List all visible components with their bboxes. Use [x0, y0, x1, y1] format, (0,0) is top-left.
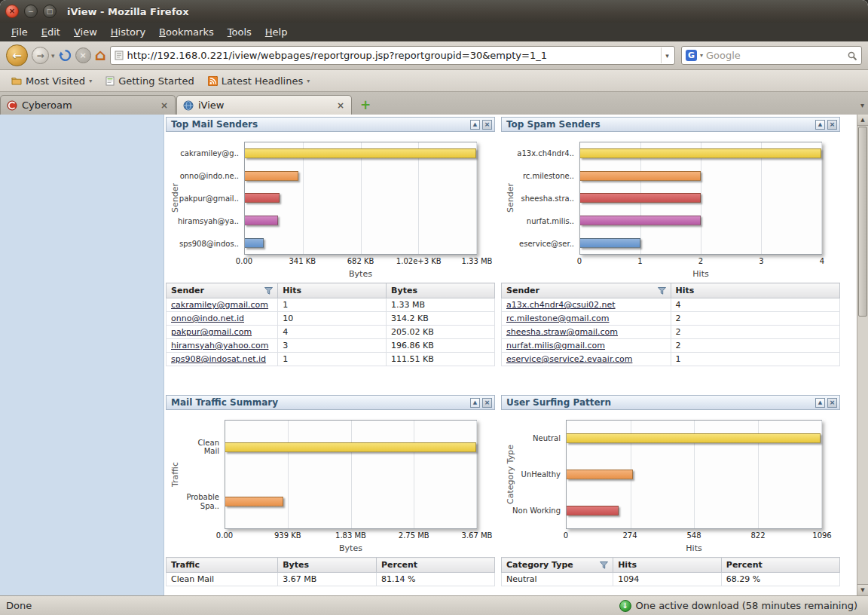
bookmark-getting-started[interactable]: Getting Started	[100, 73, 200, 89]
table-link[interactable]: cakramiley@gmail.com	[171, 300, 268, 310]
table-cell[interactable]: rc.milestone@gmail.com	[502, 312, 671, 326]
history-dropdown-button[interactable]: ▾	[51, 52, 55, 60]
column-header-sender[interactable]: Sender	[502, 283, 671, 298]
chart-bar[interactable]	[580, 193, 701, 203]
column-header-category-type[interactable]: Category Type	[502, 558, 613, 573]
panel-collapse-button[interactable]: ▲	[815, 120, 825, 130]
home-button[interactable]: ⌂	[95, 47, 106, 63]
chart-bar[interactable]	[580, 171, 701, 181]
table-cell[interactable]: eservice@service2.evaair.com	[502, 353, 671, 366]
chart-bar[interactable]	[567, 433, 821, 443]
chart-bar[interactable]	[245, 148, 476, 158]
window-minimize-button[interactable]: −	[24, 5, 38, 18]
search-icon[interactable]	[847, 50, 857, 61]
column-header-percent[interactable]: Percent	[721, 558, 839, 573]
column-header-bytes[interactable]: Bytes	[387, 283, 495, 298]
menu-item-help[interactable]: Help	[258, 25, 295, 39]
scrollbar-thumb[interactable]	[858, 127, 867, 317]
bookmark-latest-headlines[interactable]: Latest Headlines▾	[203, 73, 316, 89]
chart-bar[interactable]	[245, 216, 278, 225]
menu-item-history[interactable]: History	[104, 25, 152, 39]
column-header-hits[interactable]: Hits	[671, 283, 840, 298]
chart-bar[interactable]	[245, 193, 280, 203]
table-row: eservice@service2.evaair.com1	[502, 353, 840, 366]
menu-item-edit[interactable]: Edit	[35, 25, 67, 39]
table-cell[interactable]: cakramiley@gmail.com	[167, 298, 278, 312]
panel-close-button[interactable]: ×	[827, 120, 837, 130]
tab-list-button[interactable]: ▾	[860, 101, 864, 109]
forward-button[interactable]: →	[32, 47, 49, 64]
chart-bar[interactable]	[225, 442, 476, 452]
vertical-scrollbar[interactable]: ▲ ▼	[857, 115, 868, 595]
table-cell[interactable]: pakpur@gmail.com	[167, 326, 278, 339]
download-status[interactable]: ↓ One active download (58 minutes remain…	[619, 600, 857, 612]
panel-collapse-button[interactable]: ▲	[815, 398, 825, 408]
search-engine-icon[interactable]: G	[686, 50, 697, 61]
table-cell[interactable]: sps908@indosat.net.id	[167, 353, 278, 366]
stop-button[interactable]: ×	[75, 47, 91, 63]
filter-icon[interactable]	[264, 287, 273, 295]
menu-item-tools[interactable]: Tools	[221, 25, 258, 39]
scroll-down-button[interactable]: ▼	[857, 584, 868, 595]
panel-collapse-button[interactable]: ▲	[470, 398, 480, 408]
window-close-button[interactable]: ×	[5, 5, 19, 18]
table-link[interactable]: hiramsyah@yahoo.com	[171, 341, 268, 350]
filter-icon[interactable]	[658, 287, 666, 295]
category-label: pakpur@gmail..	[181, 187, 244, 210]
panel-close-button[interactable]: ×	[482, 398, 492, 408]
site-favicon[interactable]	[115, 50, 124, 60]
chart-bar[interactable]	[225, 497, 283, 506]
table-link[interactable]: onno@indo.net.id	[171, 314, 244, 323]
column-header-hits[interactable]: Hits	[278, 283, 387, 298]
table-cell[interactable]: sheesha.straw@gmail.com	[502, 326, 671, 339]
tab-iview[interactable]: iView×	[176, 95, 352, 115]
chart-bar[interactable]	[567, 470, 633, 479]
category-label: Neutral	[516, 420, 566, 456]
table-link[interactable]: a13x.ch4ndr4@csui02.net	[506, 300, 616, 310]
table-link[interactable]: rc.milestone@gmail.com	[506, 314, 609, 323]
menu-item-bookmarks[interactable]: Bookmarks	[152, 25, 221, 39]
url-history-dropdown-button[interactable]: ▾	[661, 47, 673, 63]
url-input[interactable]	[127, 50, 657, 61]
tab-close-button[interactable]: ×	[158, 100, 170, 111]
column-header-sender[interactable]: Sender	[167, 283, 278, 298]
chart-bar[interactable]	[580, 148, 821, 158]
window-maximize-button[interactable]: □	[43, 5, 57, 18]
chart-bar[interactable]	[245, 171, 298, 181]
table-cell[interactable]: onno@indo.net.id	[167, 312, 278, 326]
column-header-percent[interactable]: Percent	[377, 558, 495, 573]
chart-bar[interactable]	[580, 216, 701, 225]
panel-table: SenderHitsa13x.ch4ndr4@csui02.net4rc.mil…	[501, 283, 840, 366]
tab-close-button[interactable]: ×	[335, 100, 347, 111]
panel-collapse-button[interactable]: ▲	[470, 120, 480, 130]
chart-bar[interactable]	[580, 238, 640, 248]
chart-bar[interactable]	[567, 506, 619, 516]
table-cell[interactable]: hiramsyah@yahoo.com	[167, 339, 278, 353]
reload-button[interactable]	[59, 49, 72, 62]
menu-item-file[interactable]: File	[5, 25, 35, 39]
column-header-hits[interactable]: Hits	[613, 558, 722, 573]
menu-item-view[interactable]: View	[67, 25, 104, 39]
panel-close-button[interactable]: ×	[827, 398, 837, 408]
back-button[interactable]: ←	[6, 44, 28, 66]
download-arrow-icon: ↓	[622, 601, 628, 610]
search-engine-dropdown-icon[interactable]: ▾	[700, 52, 703, 59]
tab-cyberoam[interactable]: Cyberoam×	[0, 95, 176, 115]
table-link[interactable]: sps908@indosat.net.id	[171, 354, 266, 364]
table-link[interactable]: nurfat.milis@gmail.com	[506, 341, 605, 350]
table-link[interactable]: eservice@service2.evaair.com	[506, 354, 632, 364]
scroll-up-button[interactable]: ▲	[857, 115, 868, 126]
new-tab-button[interactable]: +	[353, 97, 378, 115]
search-input[interactable]	[706, 50, 844, 61]
bookmark-most-visited[interactable]: Most Visited▾	[6, 73, 97, 89]
category-labels: cakramiley@g..onno@indo.ne..pakpur@gmail…	[181, 142, 244, 255]
table-link[interactable]: pakpur@gmail.com	[171, 327, 252, 337]
table-cell[interactable]: nurfat.milis@gmail.com	[502, 339, 671, 353]
column-header-bytes[interactable]: Bytes	[278, 558, 377, 573]
table-link[interactable]: sheesha.straw@gmail.com	[506, 327, 618, 337]
panel-close-button[interactable]: ×	[482, 120, 492, 130]
table-cell[interactable]: a13x.ch4ndr4@csui02.net	[502, 298, 671, 312]
column-header-traffic[interactable]: Traffic	[167, 558, 278, 573]
filter-icon[interactable]	[600, 561, 608, 569]
chart-bar[interactable]	[245, 238, 264, 248]
